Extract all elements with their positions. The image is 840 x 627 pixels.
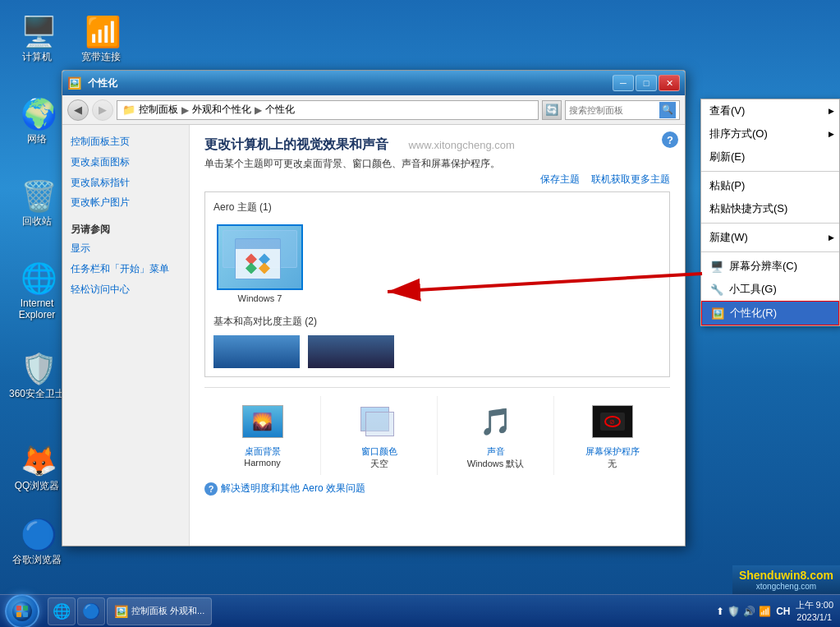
taskbar-ie[interactable]: 🌐: [48, 597, 76, 625]
tray-shield-icon: 🛡️: [728, 606, 740, 617]
forward-button[interactable]: ▶: [92, 99, 113, 121]
sidebar-taskbar-link[interactable]: 任务栏和「开始」菜单: [71, 262, 181, 276]
sounds-label[interactable]: 声音: [487, 445, 505, 458]
get-more-themes-link[interactable]: 联机获取更多主题: [591, 173, 670, 187]
basic-section-label: 基本和高对比度主题 (2): [213, 315, 661, 329]
screensaver-preview: ⊘: [592, 401, 633, 442]
desktop-bg-item[interactable]: 🌄 桌面背景 Harmony: [204, 396, 321, 475]
paste-label: 粘贴(P): [709, 178, 745, 193]
search-box: 🔍: [565, 100, 680, 120]
search-input[interactable]: [569, 105, 659, 115]
svg-point-2: [12, 602, 32, 621]
bottom-icons-row: 🌄 桌面背景 Harmony 窗口颜色 天空: [204, 387, 670, 475]
ctx-item-gadgets[interactable]: 🔧 小工具(G): [701, 278, 839, 301]
breadcrumb-cp[interactable]: 控制面板: [139, 103, 178, 117]
broadband-icon: 📶: [85, 15, 117, 48]
ctx-item-paste-shortcut[interactable]: 粘贴快捷方式(S): [701, 197, 839, 220]
maximize-button[interactable]: □: [636, 75, 657, 91]
security360-label: 360安全卫士: [9, 388, 65, 399]
new-label: 新建(W): [709, 230, 748, 245]
start-button[interactable]: [0, 595, 44, 627]
tray-datetime[interactable]: 上午 9:00 2023/1/1: [796, 599, 833, 623]
qq-icon: 🦊: [21, 444, 53, 477]
search-button[interactable]: 🔍: [659, 102, 676, 118]
theme-actions: 保存主题 联机获取更多主题: [204, 173, 670, 187]
desktop-icon-computer[interactable]: 🖥️ 计算机: [8, 15, 66, 62]
sidebar-panel: 控制面板主页 更改桌面图标 更改鼠标指针 更改帐户图片 另请参阅 显示 任务栏和…: [62, 125, 190, 546]
minimize-button[interactable]: ─: [613, 75, 634, 91]
window-color-item[interactable]: 窗口颜色 天空: [321, 396, 438, 475]
basic-themes-grid: [213, 335, 661, 368]
win7-theme-name: Windows 7: [238, 293, 282, 303]
refresh-button[interactable]: 🔄: [542, 100, 562, 120]
shendu-line2: xtongcheng.com: [739, 582, 833, 591]
breadcrumb-personalize[interactable]: 个性化: [265, 103, 295, 117]
control-panel-window: 🖼️ 个性化 ─ □ ✕ ◀ ▶ 📁 控制面板 ▶ 外观和个性化 ▶ 个性化 🔄…: [62, 70, 686, 546]
window-controls: ─ □ ✕: [613, 75, 680, 91]
tray-lang[interactable]: CH: [776, 606, 790, 617]
ctx-item-view[interactable]: 查看(V): [701, 99, 839, 122]
taskbar-chrome[interactable]: 🔵: [77, 597, 105, 625]
sounds-item[interactable]: 🎵 声音 Windows 默认: [438, 396, 554, 475]
ctx-divider-3: [701, 251, 839, 252]
tray-up-icon: ⬆: [716, 606, 724, 617]
taskbar: 🌐 🔵 🖼️ 控制面板 外观和... ⬆ 🛡️ 🔊 📶 CH 上午 9:00 2…: [0, 594, 840, 627]
sidebar-desktop-icons-link[interactable]: 更改桌面图标: [71, 155, 181, 169]
sidebar-display-link[interactable]: 显示: [71, 242, 181, 256]
screensaver-label[interactable]: 屏幕保护程序: [585, 445, 640, 458]
back-button[interactable]: ◀: [67, 99, 89, 121]
ctx-item-new[interactable]: 新建(W): [701, 226, 839, 249]
ctx-item-sort[interactable]: 排序方式(O): [701, 122, 839, 145]
sidebar-home-link[interactable]: 控制面板主页: [71, 135, 181, 149]
sounds-preview: 🎵: [475, 401, 516, 442]
screensaver-item[interactable]: ⊘ 屏幕保护程序 无: [554, 396, 670, 475]
ctx-item-paste[interactable]: 粘贴(P): [701, 174, 839, 197]
start-orb: [5, 594, 39, 628]
basic-theme-2[interactable]: [308, 335, 394, 368]
desktop-icon-qq[interactable]: 🦊 QQ浏览器: [8, 444, 66, 491]
save-theme-link[interactable]: 保存主题: [540, 173, 580, 187]
help-icon-circle: ?: [204, 482, 218, 496]
tray-network-icon: 📶: [759, 606, 771, 617]
ctx-item-refresh[interactable]: 刷新(E): [701, 145, 839, 168]
security360-icon: 🛡️: [21, 352, 53, 385]
ie-label: InternetExplorer: [19, 297, 56, 321]
window-color-label[interactable]: 窗口颜色: [361, 445, 397, 458]
desktop-icon-360[interactable]: 🛡️ 360安全卫士: [8, 352, 66, 399]
main-title: 更改计算机上的视觉效果和声音: [204, 137, 388, 151]
themes-grid: Windows 7: [213, 221, 661, 307]
tray-time: 上午 9:00: [796, 599, 833, 611]
sidebar-mouse-pointer-link[interactable]: 更改鼠标指针: [71, 176, 181, 190]
desktop-bg-sub: Harmony: [244, 458, 281, 468]
address-path-box[interactable]: 📁 控制面板 ▶ 外观和个性化 ▶ 个性化: [117, 100, 539, 120]
theme-win7[interactable]: Windows 7: [213, 221, 306, 307]
chrome-icon: 🔵: [21, 518, 53, 551]
network-label: 网络: [27, 133, 47, 145]
ctx-divider-2: [701, 223, 839, 224]
sidebar-account-pic-link[interactable]: 更改帐户图片: [71, 196, 181, 210]
ctx-divider-1: [701, 171, 839, 172]
recycle-label: 回收站: [22, 215, 52, 227]
ctx-item-screen-res[interactable]: 🖥️ 屏幕分辨率(C): [701, 255, 839, 278]
close-button[interactable]: ✕: [659, 75, 680, 91]
taskbar-cp-item[interactable]: 🖼️ 控制面板 外观和...: [107, 597, 212, 625]
sidebar-ease-link[interactable]: 轻松访问中心: [71, 283, 181, 297]
svg-rect-4: [23, 606, 28, 611]
window-icon: 🖼️: [67, 76, 81, 90]
desktop-icon-chrome[interactable]: 🔵 谷歌浏览器: [8, 518, 66, 565]
desktop-icon-recycle[interactable]: 🗑️ 回收站: [8, 179, 66, 227]
tray-date: 2023/1/1: [796, 611, 833, 623]
path-icon: 📁: [122, 104, 135, 116]
basic-theme-1[interactable]: [213, 335, 300, 368]
screen-res-icon: 🖥️: [709, 259, 724, 274]
breadcrumb-appearance[interactable]: 外观和个性化: [192, 103, 251, 117]
ctx-item-personalize[interactable]: 🖼️ 个性化(R): [701, 301, 839, 325]
sidebar-also-section: 另请参阅: [71, 223, 181, 237]
desktop-icon-ie[interactable]: 🌐 InternetExplorer: [8, 261, 66, 321]
help-icon[interactable]: ?: [662, 131, 678, 148]
desktop-icon-broadband[interactable]: 📶 宽带连接: [72, 15, 130, 62]
taskbar-items: 🌐 🔵 🖼️ 控制面板 外观和...: [44, 595, 215, 627]
desktop-bg-label[interactable]: 桌面背景: [245, 445, 281, 458]
help-link[interactable]: ? 解决透明度和其他 Aero 效果问题: [204, 482, 670, 496]
desktop-icon-network[interactable]: 🌍 网络: [8, 97, 66, 145]
